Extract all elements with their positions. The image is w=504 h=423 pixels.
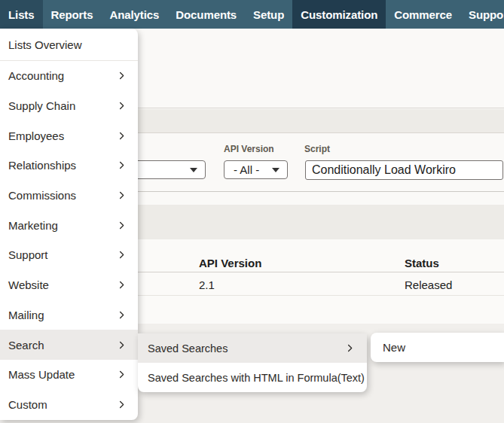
api-version-label: API Version [224, 144, 274, 154]
menu-item-label: Website [8, 278, 49, 291]
menu-item-label: New [383, 341, 405, 354]
nav-tab-customization[interactable]: Customization [292, 0, 386, 29]
script-input[interactable] [305, 160, 503, 180]
chevron-right-icon [117, 71, 127, 81]
table-cell-api-version: 2.1 [199, 278, 215, 291]
menu-item-label: Relationships [8, 159, 76, 172]
nav-tab-reports[interactable]: Reports [43, 0, 102, 29]
chevron-right-icon [117, 101, 127, 111]
nav-tab-label: Lists [8, 8, 35, 21]
nav-tab-label: Commerce [394, 8, 452, 21]
menu-item-supply-chain[interactable]: Supply Chain [0, 91, 138, 121]
search-submenu: Saved Searches Saved Searches with HTML … [138, 333, 367, 392]
menu-item-employees[interactable]: Employees [0, 120, 138, 151]
menu-item-website[interactable]: Website [0, 270, 138, 300]
nav-tab-label: Support [469, 8, 504, 21]
menu-item-label: Marketing [8, 219, 58, 232]
menu-item-label: Commissions [8, 189, 76, 202]
script-label: Script [304, 144, 330, 154]
chevron-right-icon [345, 343, 355, 353]
nav-tab-label: Reports [51, 8, 93, 21]
menu-item-mass-update[interactable]: Mass Update [0, 360, 138, 390]
nav-tab-commerce[interactable]: Commerce [386, 0, 460, 29]
menu-item-label: Saved Searches [148, 342, 228, 355]
menu-item-custom[interactable]: Custom [0, 390, 138, 420]
menu-item-support[interactable]: Support [0, 240, 138, 270]
nav-tab-analytics[interactable]: Analytics [102, 0, 168, 29]
menu-item-new[interactable]: New [371, 333, 504, 362]
table-cell-status: Released [405, 278, 452, 291]
menu-item-label: Custom [8, 398, 47, 411]
menu-item-saved-searches-html-formula[interactable]: Saved Searches with HTML in Formula(Text… [138, 363, 367, 392]
top-nav-bar: Lists Reports Analytics Documents Setup … [0, 0, 504, 29]
menu-item-lists-overview[interactable]: Lists Overview [0, 29, 138, 61]
menu-item-mailing[interactable]: Mailing [0, 300, 138, 330]
nav-tab-label: Documents [176, 8, 237, 21]
menu-item-label: Lists Overview [8, 38, 82, 51]
chevron-down-icon [272, 168, 279, 172]
menu-item-label: Mailing [8, 309, 44, 321]
nav-tab-label: Setup [253, 8, 284, 21]
menu-item-search[interactable]: Search [0, 330, 138, 360]
api-version-select-value: - All - [234, 163, 259, 176]
menu-item-label: Supply Chain [8, 99, 75, 112]
netsuite-screen: API Version - All - Script API Version S… [0, 0, 504, 423]
chevron-right-icon [117, 160, 127, 170]
chevron-right-icon [117, 370, 127, 379]
chevron-down-icon [190, 168, 197, 172]
nav-tab-lists[interactable]: Lists [0, 0, 43, 29]
table-header-divider [138, 272, 504, 272]
nav-tab-support[interactable]: Support [460, 0, 504, 29]
menu-item-saved-searches[interactable]: Saved Searches [138, 333, 367, 363]
menu-item-commissions[interactable]: Commissions [0, 181, 138, 211]
nav-tab-label: Customization [301, 8, 377, 21]
lists-dropdown-menu: Lists Overview Accounting Supply Chain E… [0, 29, 138, 420]
menu-item-label: Accounting [8, 69, 64, 82]
chevron-right-icon [117, 310, 127, 320]
api-version-select[interactable]: - All - [224, 160, 288, 179]
nav-tab-documents[interactable]: Documents [167, 0, 245, 29]
column-header-status: Status [405, 257, 439, 269]
chevron-right-icon [117, 280, 127, 290]
menu-item-label: Search [8, 339, 44, 351]
menu-item-marketing[interactable]: Marketing [0, 210, 138, 240]
menu-item-relationships[interactable]: Relationships [0, 151, 138, 181]
saved-searches-submenu: New [371, 333, 504, 362]
menu-item-accounting[interactable]: Accounting [0, 61, 138, 91]
chevron-right-icon [117, 340, 127, 350]
menu-item-label: Support [8, 248, 48, 261]
table-row-divider [138, 295, 504, 296]
column-header-api-version: API Version [199, 257, 261, 269]
menu-item-label: Mass Update [8, 368, 75, 381]
menu-item-label: Saved Searches with HTML in Formula(Text… [148, 372, 365, 384]
chevron-right-icon [117, 221, 127, 230]
chevron-right-icon [117, 190, 127, 200]
chevron-right-icon [117, 400, 127, 409]
menu-item-label: Employees [8, 129, 64, 142]
nav-tab-setup[interactable]: Setup [245, 0, 292, 29]
chevron-right-icon [117, 131, 127, 141]
chevron-right-icon [117, 250, 127, 260]
nav-tab-label: Analytics [110, 8, 160, 21]
